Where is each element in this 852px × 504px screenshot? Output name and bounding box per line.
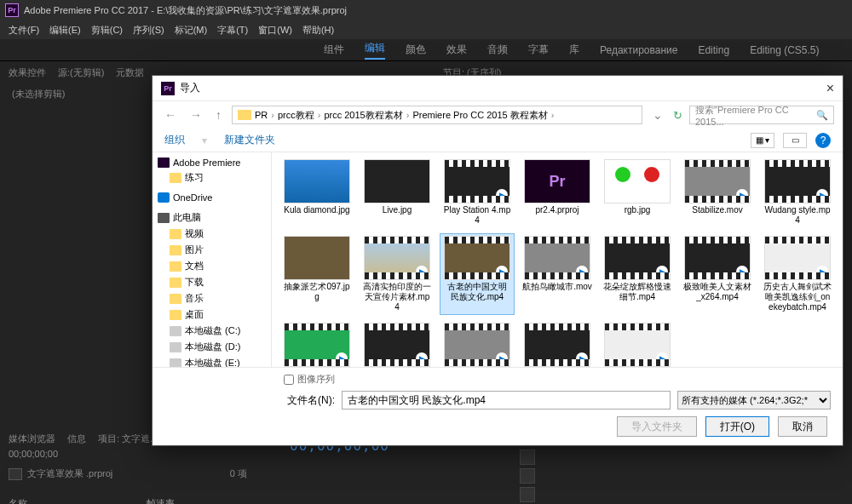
tree-item[interactable]: 此电脑 (154, 209, 269, 226)
panel-tab[interactable]: 信息 (67, 433, 86, 444)
image-sequence-checkbox[interactable] (284, 375, 294, 385)
file-item[interactable]: ▶古老的中国文明 民族文化.mp4 (440, 234, 514, 314)
file-item[interactable]: Kula diamond.jpg (280, 158, 354, 227)
breadcrumb[interactable]: PR›prcc教程›prcc 2015教程素材›Premiere Pro CC … (232, 106, 642, 124)
menu-item[interactable]: 帮助(H) (297, 24, 339, 37)
tree-item[interactable]: 练习 (154, 169, 269, 186)
tree-item[interactable]: 本地磁盘 (C:) (154, 323, 269, 339)
breadcrumb-item[interactable]: prcc 2015教程素材 (324, 109, 402, 122)
file-item[interactable]: 抽象派艺术097.jpg (280, 234, 354, 314)
close-icon[interactable]: × (826, 81, 834, 96)
panel-tab[interactable]: 效果控件 (9, 66, 46, 79)
tree-item[interactable]: 桌面 (154, 306, 269, 323)
menu-item[interactable]: 文件(F) (3, 24, 44, 37)
menu-item[interactable]: 剪辑(C) (86, 24, 128, 37)
file-item[interactable]: ▶Play Station 4.mp4 (440, 158, 514, 227)
workspace-tab[interactable]: Editing (698, 44, 729, 56)
cancel-button[interactable]: 取消 (778, 416, 827, 437)
file-thumbnail: Pr (524, 159, 590, 203)
file-item[interactable]: rgb.jpg (601, 158, 674, 227)
view-mode-button[interactable]: ▦ ▾ (751, 133, 774, 148)
menu-item[interactable]: 序列(S) (128, 24, 170, 37)
file-item[interactable]: ▶极致唯美人文素材_x264.mp4 (681, 234, 754, 314)
folder-icon (170, 326, 181, 336)
refresh-icon[interactable]: ↻ (673, 109, 682, 122)
tree-item[interactable]: 视频 (154, 226, 269, 242)
tree-item[interactable]: 图片 (154, 242, 269, 258)
help-icon[interactable]: ? (815, 133, 831, 148)
tree-item[interactable]: 音乐 (154, 290, 269, 306)
menu-item[interactable]: 字幕(T) (212, 24, 253, 37)
organize-button[interactable]: 组织 (164, 133, 185, 147)
filename-input[interactable] (342, 391, 671, 410)
workspace-tab[interactable]: 音频 (487, 43, 508, 57)
workspace-tab[interactable]: 编辑 (365, 41, 385, 60)
import-folder-button[interactable]: 导入文件夹 (617, 416, 697, 437)
file-item[interactable]: ▶高清实拍印度的一天宣传片素材.mp4 (360, 234, 434, 314)
file-item[interactable]: ▶ (440, 321, 514, 367)
video-badge-icon: ▶ (736, 266, 748, 278)
file-thumbnail: ▶ (444, 159, 510, 203)
file-thumbnail: ▶ (364, 323, 430, 367)
preview-pane-button[interactable]: ▭ (783, 133, 807, 148)
tree-item-label: Adobe Premiere (173, 158, 241, 168)
tool-4-icon[interactable] (520, 487, 535, 502)
file-item[interactable]: ▶Stabilize.mov (681, 158, 754, 227)
file-item[interactable]: ▶花朵绽放辉格慢速细节.mp4 (601, 234, 674, 314)
panel-tab[interactable]: 元数据 (116, 66, 144, 79)
video-badge-icon: ▶ (576, 352, 588, 364)
workspace-tab[interactable]: 组件 (324, 43, 344, 57)
nav-forward-icon[interactable]: → (187, 108, 205, 122)
tree-item-label: 此电脑 (173, 211, 201, 224)
tool-2-icon[interactable] (520, 450, 535, 465)
panel-tab[interactable]: 源:(无剪辑) (58, 66, 104, 79)
file-item[interactable]: ▶ (601, 321, 674, 367)
menu-item[interactable]: 窗口(W) (253, 24, 297, 37)
panel-tab[interactable]: 项目: 文字遮... (98, 433, 158, 444)
tree-item[interactable]: 本地磁盘 (D:) (154, 339, 269, 355)
dropdown-icon[interactable]: ⌄ (649, 108, 666, 122)
tree-item[interactable]: 文档 (154, 258, 269, 274)
breadcrumb-item[interactable]: PR (255, 110, 268, 120)
file-item[interactable]: ▶ (280, 321, 354, 367)
tree-item[interactable]: OneDrive (154, 191, 269, 204)
menu-item[interactable]: 编辑(E) (44, 24, 86, 37)
file-label: Play Station 4.mp4 (442, 205, 512, 226)
panel-tab[interactable]: 媒体浏览器 (9, 433, 55, 444)
breadcrumb-item[interactable]: prcc教程 (278, 109, 314, 122)
workspace-tab[interactable]: 颜色 (406, 43, 426, 57)
col-name[interactable]: 名称 (9, 497, 27, 504)
file-item[interactable]: ▶Wudang style.mp4 (761, 158, 834, 227)
tree-item[interactable]: 本地磁盘 (E:) (154, 355, 269, 367)
workspace-tab[interactable]: 库 (569, 43, 579, 57)
search-input[interactable]: 搜索"Premiere Pro CC 2015... 🔍 (689, 106, 834, 124)
tree-item-label: 桌面 (185, 308, 204, 321)
file-item[interactable]: ▶航拍鸟瞰城市.mov (521, 234, 594, 314)
file-item[interactable]: ▶ (521, 321, 594, 367)
workspace-tab[interactable]: 效果 (446, 43, 467, 57)
col-fps[interactable]: 帧速率 (147, 497, 175, 504)
nav-back-icon[interactable]: ← (161, 108, 180, 122)
open-button[interactable]: 打开(O) (705, 416, 769, 437)
file-item[interactable]: Live.jpg (360, 158, 434, 227)
tool-3-icon[interactable] (520, 468, 535, 484)
tree-item[interactable]: 下载 (154, 274, 269, 290)
nav-up-icon[interactable]: ↑ (212, 108, 225, 122)
file-item[interactable]: ▶ (360, 321, 434, 367)
workspace-tab[interactable]: 字幕 (528, 43, 549, 57)
folder-icon (170, 358, 181, 368)
tree-item[interactable]: Adobe Premiere (154, 156, 269, 169)
new-folder-button[interactable]: 新建文件夹 (224, 133, 275, 147)
file-filter-select[interactable]: 所有支持的媒体 (*.264;*.3G2;* (677, 391, 831, 410)
dialog-bottom: 图像序列 文件名(N): 所有支持的媒体 (*.264;*.3G2;* 导入文件… (153, 367, 843, 445)
menu-item[interactable]: 标记(M) (170, 24, 213, 37)
tree-item-label: 音乐 (185, 292, 204, 305)
tree-item-label: 练习 (185, 171, 204, 184)
file-item[interactable]: Prpr2.4.prproj (521, 158, 594, 227)
breadcrumb-item[interactable]: Premiere Pro CC 2015 教程素材 (412, 109, 547, 122)
workspace-tab[interactable]: Editing (CS5.5) (750, 44, 819, 56)
file-item[interactable]: ▶历史古人舞剑武术唯美凯逸练剑_onekeybatch.mp4 (761, 234, 834, 314)
folder-icon (170, 294, 181, 304)
workspace-tab[interactable]: Редактирование (600, 44, 677, 56)
tree-item-label: 本地磁盘 (E:) (185, 357, 240, 367)
